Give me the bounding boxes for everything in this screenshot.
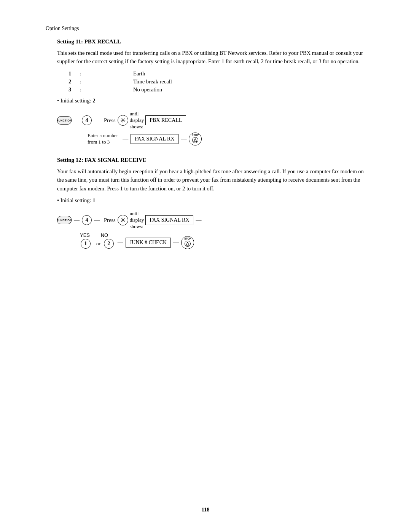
diagram-11-row1: FUNCTION — 4 — Press ✳ until display sho… xyxy=(57,111,365,130)
setting-11-title: Setting 11: PBX RECALL xyxy=(57,38,365,45)
list-text-1: Earth xyxy=(133,70,145,77)
dash-12-2: — xyxy=(94,217,100,224)
dash-11-3: — xyxy=(188,117,194,124)
dash-12-4: — xyxy=(118,239,123,246)
setting-11-body: This sets the recall mode used for trans… xyxy=(57,49,365,66)
section-label: Option Settings xyxy=(46,26,365,32)
stop-button-12[interactable]: STOP xyxy=(181,236,194,249)
press-label-12: Press xyxy=(104,217,116,224)
function-button-11[interactable]: FUNCTION xyxy=(57,116,72,125)
num1-label-12: 1 xyxy=(84,241,87,247)
enter-num-line1-11: Enter a number xyxy=(88,133,118,139)
list-item-1: 1 : Earth xyxy=(68,70,365,77)
step-4-button-11[interactable]: 4 xyxy=(82,115,92,125)
until-label-11: until xyxy=(130,111,139,117)
list-item-2: 2 : Time break recall xyxy=(68,78,365,85)
list-colon-1: : xyxy=(80,70,84,77)
enter-num-line2-11: from 1 to 3 xyxy=(88,139,118,145)
until-display-12: until display shows: xyxy=(130,211,144,230)
list-num-3: 3 xyxy=(68,86,80,93)
list-text-3: No operation xyxy=(133,86,162,93)
stop-button-11[interactable]: STOP xyxy=(189,133,202,145)
dash-11-1: — xyxy=(74,117,80,124)
diagram-12-row2: YES 1 NO or 2 — JUNK # CHECK — xyxy=(80,232,365,249)
step-4-label-11: 4 xyxy=(86,117,88,123)
num1-button-12[interactable]: 1 xyxy=(81,239,91,249)
dash-11-2: — xyxy=(94,117,100,124)
list-text-2: Time break recall xyxy=(133,78,172,85)
display-label-12: display xyxy=(130,217,144,224)
setting-11-initial-num: 2 xyxy=(92,97,95,104)
dash-12-5: — xyxy=(173,239,179,246)
display-box-11-fax: FAX SIGNAL RX xyxy=(131,134,178,144)
setting-11-initial: • Initial setting: 2 xyxy=(57,97,365,104)
setting-11-diagram: FUNCTION — 4 — Press ✳ until display sho… xyxy=(57,111,365,145)
stop-label-text-11: STOP xyxy=(192,134,199,136)
dash-11-5: — xyxy=(181,136,186,142)
enter-number-text-11: Enter a number from 1 to 3 xyxy=(88,133,118,145)
svg-marker-1 xyxy=(186,242,189,245)
list-item-3: 3 : No operation xyxy=(68,86,365,93)
setting-12-body: Your fax will automatically begin recept… xyxy=(57,167,365,193)
star-button-12[interactable]: ✳ xyxy=(118,215,128,225)
dash-12-3: — xyxy=(196,217,201,224)
stop-inner-12 xyxy=(185,241,191,247)
no-label-12: NO xyxy=(101,232,108,238)
star-button-11[interactable]: ✳ xyxy=(118,115,128,126)
setting-12-diagram: FUNCTION — 4 — Press ✳ until display sho… xyxy=(57,211,365,249)
page-number: 118 xyxy=(202,506,210,513)
stop-label-text-12: STOP xyxy=(184,237,191,240)
dash-11-4: — xyxy=(123,136,128,142)
step-4-button-12[interactable]: 4 xyxy=(82,215,92,225)
top-rule xyxy=(46,23,365,23)
list-num-1: 1 xyxy=(68,70,80,77)
diagram-11-row2: Enter a number from 1 to 3 — FAX SIGNAL … xyxy=(88,133,365,145)
function-label-12: FUNCTION xyxy=(57,219,72,222)
shows-label-12: shows: xyxy=(130,224,143,230)
num2-button-12[interactable]: 2 xyxy=(104,239,114,249)
function-label-11: FUNCTION xyxy=(57,119,72,122)
display-box-11-pbx: PBX RECALL xyxy=(145,115,186,125)
until-label-12: until xyxy=(130,211,139,217)
step-4-label-12: 4 xyxy=(86,217,88,223)
list-colon-2: : xyxy=(80,78,84,85)
display-box-12-fax: FAX SIGNAL RX xyxy=(145,215,193,225)
stop-inner-11 xyxy=(192,137,198,143)
setting-12-section: Setting 12: FAX SIGNAL RECEIVE Your fax … xyxy=(46,157,365,249)
svg-marker-0 xyxy=(194,139,197,142)
until-display-11: until display shows: xyxy=(130,111,144,130)
diagram-12-row1: FUNCTION — 4 — Press ✳ until display sho… xyxy=(57,211,365,230)
setting-12-initial-num: 1 xyxy=(92,197,95,203)
num2-label-12: 2 xyxy=(107,241,110,247)
yes-label-12: YES xyxy=(80,232,90,238)
setting-11-section: Setting 11: PBX RECALL This sets the rec… xyxy=(46,38,365,145)
list-num-2: 2 xyxy=(68,78,80,85)
setting-12-initial: • Initial setting: 1 xyxy=(57,197,365,204)
or-text-12: or xyxy=(96,241,100,247)
press-label-11: Press xyxy=(104,117,116,124)
display-box-12-junk: JUNK # CHECK xyxy=(126,238,171,248)
display-label-11: display xyxy=(130,117,144,124)
page: Option Settings Setting 11: PBX RECALL T… xyxy=(0,0,411,532)
setting-12-title: Setting 12: FAX SIGNAL RECEIVE xyxy=(57,157,365,163)
function-button-12[interactable]: FUNCTION xyxy=(57,216,72,224)
shows-label-11: shows: xyxy=(130,124,143,130)
list-colon-3: : xyxy=(80,86,84,93)
dash-12-1: — xyxy=(74,217,80,224)
